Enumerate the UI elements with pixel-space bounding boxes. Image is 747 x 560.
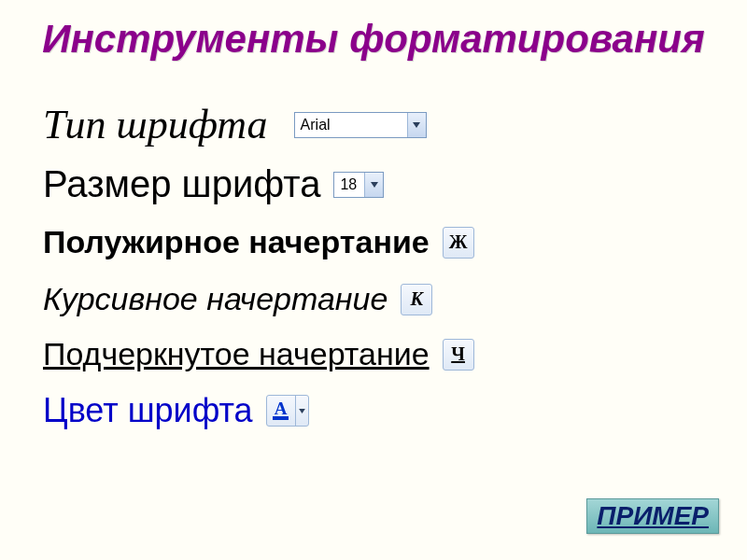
svg-marker-2 bbox=[299, 409, 305, 413]
chevron-down-icon bbox=[364, 173, 383, 197]
italic-glyph: К bbox=[411, 288, 424, 310]
bold-button[interactable]: Ж bbox=[443, 227, 474, 259]
label-font-size: Размер шрифта bbox=[43, 163, 320, 205]
chevron-down-icon[interactable] bbox=[295, 396, 308, 426]
label-bold: Полужирное начертание bbox=[43, 224, 430, 260]
svg-marker-0 bbox=[413, 122, 420, 128]
font-type-dropdown[interactable]: Arial bbox=[294, 112, 427, 138]
underline-glyph: Ч bbox=[451, 343, 465, 365]
font-color-glyph: А bbox=[273, 401, 289, 420]
row-underline: Подчеркнутое начертание Ч bbox=[0, 336, 747, 372]
font-type-value: Arial bbox=[295, 113, 407, 137]
row-font-size: Размер шрифта 18 bbox=[0, 163, 747, 205]
row-font-color: Цвет шрифта А bbox=[0, 391, 747, 430]
label-underline: Подчеркнутое начертание bbox=[43, 336, 430, 372]
font-size-value: 18 bbox=[334, 173, 364, 197]
row-bold: Полужирное начертание Ж bbox=[0, 224, 747, 260]
italic-button[interactable]: К bbox=[401, 284, 432, 315]
label-font-color: Цвет шрифта bbox=[43, 391, 253, 430]
label-font-type: Тип шрифта bbox=[43, 101, 268, 148]
font-size-dropdown[interactable]: 18 bbox=[333, 172, 384, 198]
font-color-button[interactable]: А bbox=[266, 395, 309, 427]
row-italic: Курсивное начертание К bbox=[0, 281, 747, 317]
svg-marker-1 bbox=[371, 182, 378, 188]
bold-glyph: Ж bbox=[449, 231, 468, 253]
underline-button[interactable]: Ч bbox=[443, 339, 474, 371]
example-button[interactable]: ПРИМЕР bbox=[586, 498, 719, 534]
row-font-type: Тип шрифта Arial bbox=[0, 101, 747, 148]
slide-title: Инструменты форматирования bbox=[0, 0, 747, 62]
label-italic: Курсивное начертание bbox=[43, 281, 388, 317]
chevron-down-icon bbox=[407, 113, 426, 137]
font-color-main: А bbox=[267, 396, 295, 426]
